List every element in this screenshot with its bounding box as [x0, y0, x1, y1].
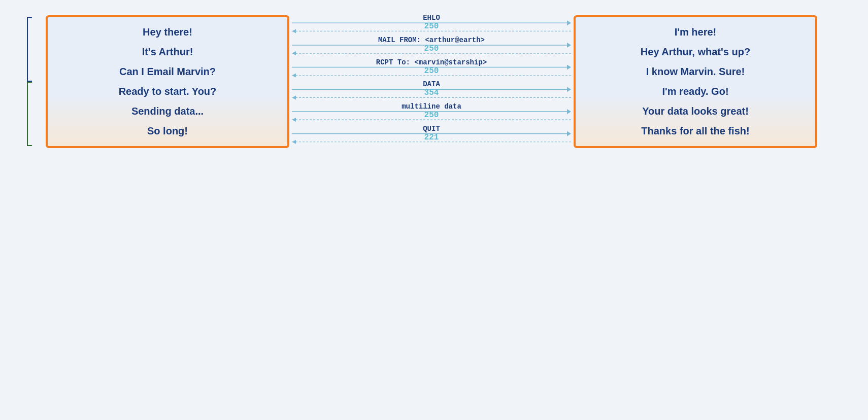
client-msg-2: Can I Email Marvin? [58, 62, 277, 82]
diagram-outer: Hey there!It's Arthur!Can I Email Marvin… [46, 15, 850, 148]
server-panel: I'm here!Hey Arthur, what's up?I know Ma… [574, 15, 817, 148]
svg-text:250: 250 [424, 66, 439, 76]
svg-text:250: 250 [424, 22, 439, 31]
svg-text:RCPT To: <marvin@starship>: RCPT To: <marvin@starship> [376, 58, 487, 66]
client-msg-5: So long! [58, 121, 277, 141]
svg-text:221: 221 [424, 133, 439, 142]
server-msg-2: I know Marvin. Sure! [586, 62, 805, 82]
svg-text:250: 250 [424, 111, 439, 120]
svg-marker-4 [292, 29, 296, 33]
server-msg-4: Your data looks great! [586, 101, 805, 121]
svg-marker-31 [567, 131, 571, 136]
svg-marker-25 [567, 109, 571, 114]
svg-text:250: 250 [424, 44, 439, 53]
svg-text:EHLO: EHLO [423, 15, 440, 22]
server-msg-0: I'm here! [586, 22, 805, 42]
svg-text:multiline data: multiline data [402, 102, 461, 111]
svg-marker-7 [567, 43, 571, 48]
server-msg-3: I'm ready. Go! [586, 82, 805, 101]
main-container: Hey there!It's Arthur!Can I Email Marvin… [18, 10, 850, 148]
client-panel: Hey there!It's Arthur!Can I Email Marvin… [46, 15, 289, 148]
protocol-svg: EHLO250MAIL FROM: <arthur@earth>250RCPT … [289, 15, 574, 148]
client-msg-0: Hey there! [58, 22, 277, 42]
svg-marker-19 [567, 87, 571, 92]
svg-marker-22 [292, 95, 296, 99]
client-msg-4: Sending data... [58, 101, 277, 121]
svg-marker-13 [567, 65, 571, 70]
svg-marker-28 [292, 118, 296, 122]
client-msg-3: Ready to start. You? [58, 82, 277, 101]
client-msg-1: It's Arthur! [58, 42, 277, 62]
svg-text:DATA: DATA [423, 80, 440, 88]
server-msg-5: Thanks for all the fish! [586, 121, 805, 141]
svg-text:MAIL FROM: <arthur@earth>: MAIL FROM: <arthur@earth> [378, 36, 485, 44]
protocol-area: EHLO250MAIL FROM: <arthur@earth>250RCPT … [289, 15, 574, 148]
svg-marker-16 [292, 74, 296, 78]
svg-marker-10 [292, 51, 296, 55]
svg-text:QUIT: QUIT [423, 125, 440, 133]
svg-text:354: 354 [424, 88, 439, 97]
svg-marker-1 [567, 20, 571, 25]
svg-marker-34 [292, 140, 296, 144]
server-msg-1: Hey Arthur, what's up? [586, 42, 805, 62]
